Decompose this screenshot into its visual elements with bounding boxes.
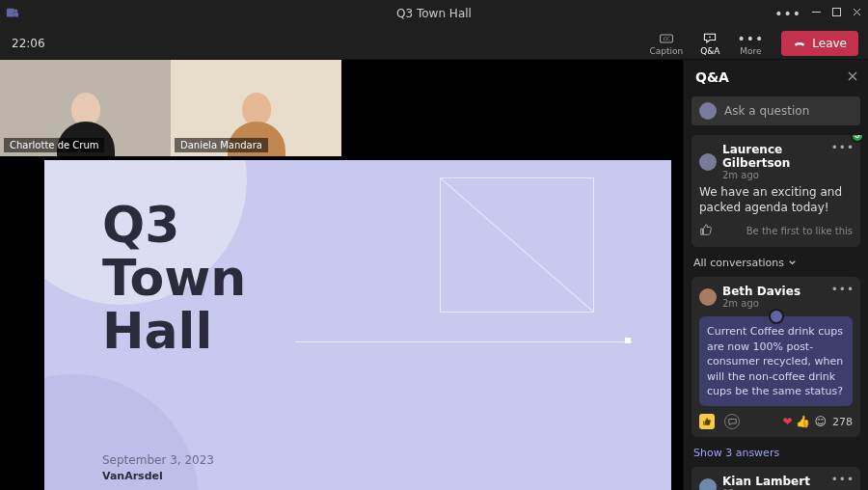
post-menu-button[interactable]: ••• xyxy=(831,473,854,486)
like-button[interactable] xyxy=(699,223,713,239)
post-menu-button[interactable]: ••• xyxy=(831,283,854,296)
qa-close-button[interactable] xyxy=(847,69,858,85)
question-card: Current Coffee drink cups are now 100% p… xyxy=(699,316,853,406)
teams-icon xyxy=(6,6,19,22)
qa-panel-title: Q&A xyxy=(695,69,729,85)
video-tile[interactable]: Charlotte de Crum xyxy=(0,60,171,156)
reply-button[interactable] xyxy=(724,414,740,429)
svg-point-1 xyxy=(14,9,18,13)
upvote-button[interactable] xyxy=(699,414,715,429)
heart-icon: ❤ xyxy=(782,415,792,428)
caption-button[interactable]: CC Caption xyxy=(649,31,683,56)
show-answers-link[interactable]: Show 3 answers xyxy=(693,447,860,459)
reaction-count: 278 xyxy=(832,416,853,428)
svg-rect-3 xyxy=(833,9,841,16)
title-more-icon[interactable]: ••• xyxy=(774,6,801,21)
ask-placeholder: Ask a question xyxy=(724,104,809,118)
more-icon: ••• xyxy=(738,31,765,46)
post-time: 2m ago xyxy=(722,298,800,309)
svg-rect-2 xyxy=(14,13,18,16)
slide-date: September 3, 2023 xyxy=(102,453,214,467)
avatar xyxy=(699,153,717,171)
video-tile[interactable]: Daniela Mandara xyxy=(171,60,341,156)
post-text: We have an exciting and packed agenda to… xyxy=(699,184,853,215)
qa-post: ••• Laurence Gilbertson 2m ago We have a… xyxy=(692,135,860,247)
reaction-summary[interactable]: ❤ 👍 😊 278 xyxy=(782,415,853,428)
meeting-top-bar: 22:06 CC Caption Q&A ••• More Leave xyxy=(0,27,868,60)
svg-point-6 xyxy=(710,36,712,38)
more-button[interactable]: ••• More xyxy=(738,31,765,56)
question-badge-icon xyxy=(769,309,784,324)
like-hint: Be the first to like this xyxy=(746,226,853,236)
chevron-down-icon xyxy=(788,259,797,267)
post-author: Kian Lambert xyxy=(722,475,810,488)
svg-text:CC: CC xyxy=(664,37,670,41)
thumbs-up-icon: 👍 xyxy=(796,415,810,428)
qa-post: ••• Kian Lambert 13m ago xyxy=(692,467,860,490)
qa-panel: Q&A Ask a question ••• Laurence Gilberts… xyxy=(683,60,868,490)
avatar xyxy=(699,478,717,490)
thumbs-up-icon xyxy=(699,223,713,236)
ask-question-input[interactable]: Ask a question xyxy=(692,96,860,125)
avatar xyxy=(699,102,717,120)
post-menu-button[interactable]: ••• xyxy=(831,141,854,154)
slide-brand: VanArsdel xyxy=(102,470,163,482)
avatar xyxy=(699,288,717,306)
meeting-timer: 22:06 xyxy=(12,37,45,50)
leave-button[interactable]: Leave xyxy=(781,31,858,56)
close-icon[interactable] xyxy=(852,7,862,20)
qa-icon xyxy=(702,31,718,46)
shared-slide: Q3 Town Hall September 3, 2023 VanArsdel xyxy=(44,160,671,490)
meeting-stage: Charlotte de Crum Daniela Mandara Q3 Tow… xyxy=(0,60,683,490)
qa-post: ••• Beth Davies 2m ago Current Coffee dr… xyxy=(692,277,860,437)
title-bar: Q3 Town Hall ••• xyxy=(0,0,868,27)
conversations-filter[interactable]: All conversations xyxy=(693,257,858,269)
slide-title: Q3 Town Hall xyxy=(102,199,246,358)
post-author: Beth Davies xyxy=(722,285,800,298)
caption-icon: CC xyxy=(659,31,674,46)
participant-name: Daniela Mandara xyxy=(175,138,268,152)
question-text: Current Coffee drink cups are now 100% p… xyxy=(707,325,843,397)
maximize-icon[interactable] xyxy=(831,7,842,20)
window-title: Q3 Town Hall xyxy=(396,7,472,20)
participant-name: Charlotte de Crum xyxy=(4,138,104,152)
post-time: 2m ago xyxy=(722,170,853,180)
qa-button[interactable]: Q&A xyxy=(700,31,719,56)
smile-icon: 😊 xyxy=(814,415,827,428)
chat-icon xyxy=(728,418,737,426)
close-icon xyxy=(847,70,858,82)
hangup-icon xyxy=(793,37,806,50)
svg-rect-0 xyxy=(7,8,14,16)
minimize-icon[interactable] xyxy=(811,7,822,20)
thumbs-up-icon xyxy=(702,417,712,426)
